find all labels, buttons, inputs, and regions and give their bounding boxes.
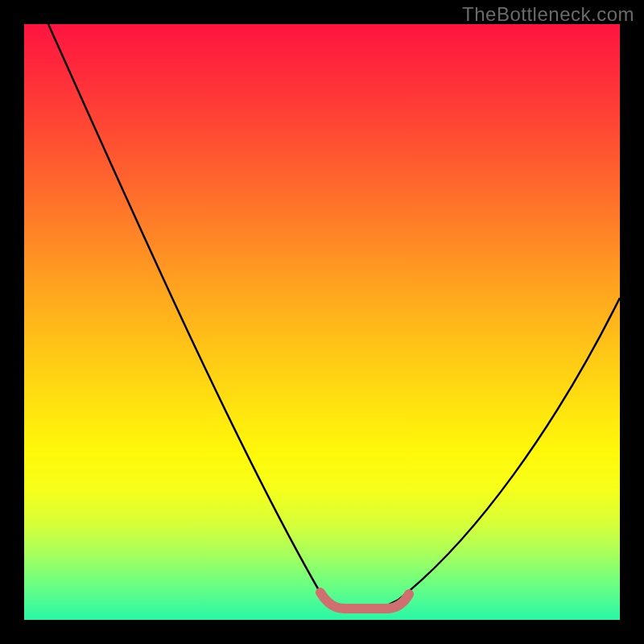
watermark-text: TheBottleneck.com <box>462 3 634 26</box>
chart-frame: TheBottleneck.com <box>0 0 644 644</box>
plot-area <box>24 24 620 620</box>
bottleneck-curve <box>48 24 620 611</box>
bottleneck-curve-svg <box>24 24 620 620</box>
